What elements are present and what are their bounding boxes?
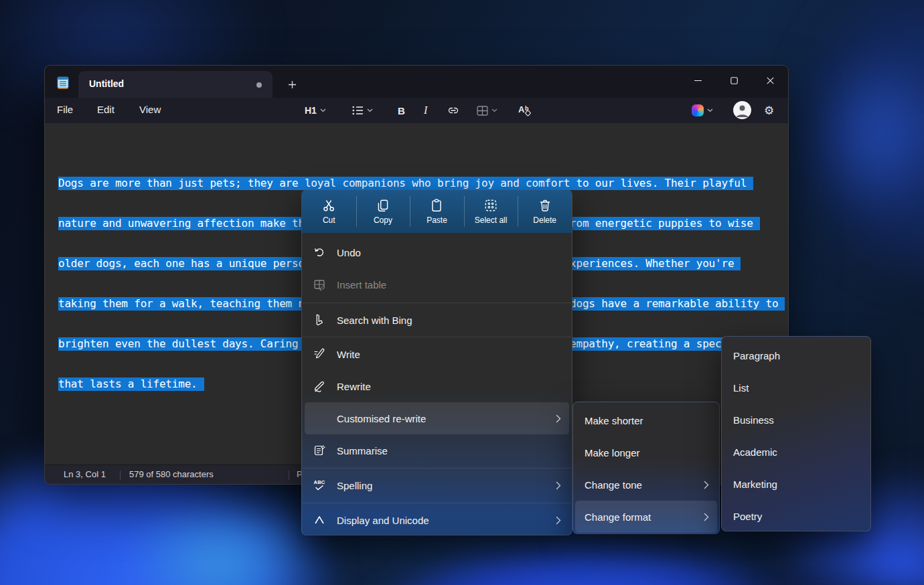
menu-item-spelling[interactable]: ABC Spelling [305,469,569,501]
delete-button[interactable]: Delete [518,190,572,233]
desktop: Untitled File Edit View [0,0,924,585]
menu-item-change-tone[interactable]: Change tone [575,469,717,501]
clear-formatting-icon: A b [518,104,532,117]
menu-item-rewrite[interactable]: Rewrite [305,370,569,402]
menu-item-write[interactable]: Write [305,338,569,370]
submenu-chevron-icon [704,513,709,521]
copy-button[interactable]: Copy [356,190,410,233]
list-dropdown[interactable] [352,102,373,119]
submenu-chevron-icon [556,414,561,423]
change-format-label: Change format [585,511,651,523]
insert-table-label: Insert table [337,279,386,290]
make-shorter-label: Make shorter [585,415,643,426]
settings-button[interactable]: ⚙ [764,102,774,119]
select-all-icon [483,198,498,213]
heading-style-dropdown[interactable]: H1 [305,102,326,119]
menu-item-change-format[interactable]: Change format [575,501,717,533]
title-bar[interactable]: Untitled [45,66,788,98]
copilot-icon [692,104,704,116]
write-label: Write [337,349,360,360]
bold-button[interactable]: B [398,102,405,119]
menu-item-list[interactable]: List [724,371,868,404]
select-all-label: Select all [475,216,508,225]
menu-item-search-with-bing[interactable]: Search with Bing [305,304,569,336]
status-separator [289,471,289,480]
cut-label: Cut [323,216,335,225]
write-pencil-icon [313,347,326,361]
copilot-dropdown[interactable] [692,102,713,119]
menu-item-paragraph[interactable]: Paragraph [724,339,868,371]
menu-separator [303,337,571,337]
copy-label: Copy [374,216,392,225]
toolbar: File Edit View H1 B I [45,98,788,123]
submenu-chevron-icon [556,481,561,490]
summarise-icon [313,444,326,457]
menu-item-undo[interactable]: Undo [305,236,569,268]
business-label: Business [733,414,774,426]
italic-button[interactable]: I [424,102,427,119]
tab-untitled[interactable]: Untitled [78,71,273,98]
link-button[interactable] [447,102,460,119]
search-with-bing-label: Search with Bing [337,315,412,326]
table-icon [477,106,488,116]
menu-item-display-and-unicode[interactable]: Display and Unicode [305,504,569,535]
marketing-label: Marketing [733,479,777,490]
menu-item-insert-table[interactable]: Insert table [305,268,569,301]
copy-icon [376,198,390,213]
close-button[interactable] [752,66,788,95]
menu-item-academic[interactable]: Academic [724,436,868,468]
minimize-button[interactable] [680,66,716,95]
customised-rewrite-submenu: Make shorter Make longer Change tone Cha… [572,402,720,534]
clipboard-icon-row: Cut Copy Paste [302,190,572,233]
person-icon [733,101,751,119]
clipboard-icon [429,198,444,213]
select-all-button[interactable]: Select all [464,190,518,233]
avatar [733,101,751,119]
menu-edit[interactable]: Edit [97,104,114,115]
insert-table-icon [313,278,326,291]
paste-label: Paste [427,216,447,225]
svg-text:A: A [518,104,525,114]
heading-style-label: H1 [305,105,317,116]
notepad-app-icon [57,76,69,90]
menu-separator [303,303,571,303]
chevron-down-icon [707,108,713,112]
trash-icon [538,198,552,213]
menu-item-customised-rewrite[interactable]: Customised re-write [305,402,569,434]
menu-separator [303,468,571,469]
chevron-down-icon [367,108,373,112]
menu-file[interactable]: File [57,104,73,115]
cut-button[interactable]: Cut [302,190,356,233]
chevron-down-icon [491,108,497,112]
spelling-abc-icon: ABC [313,479,326,492]
paste-button[interactable]: Paste [410,190,464,233]
customised-rewrite-label: Customised re-write [337,413,426,424]
menu-item-marketing[interactable]: Marketing [724,468,868,500]
cursor-position: Ln 3, Col 1 [64,469,106,479]
menu-item-make-shorter[interactable]: Make shorter [575,404,717,436]
change-format-submenu: Paragraph List Business Academic Marketi… [721,336,871,531]
menu-item-business[interactable]: Business [724,404,868,436]
submenu-chevron-icon [556,516,561,525]
new-tab-button[interactable] [285,77,299,92]
menu-view[interactable]: View [139,104,161,115]
menu-item-make-longer[interactable]: Make longer [575,436,717,469]
character-count: 579 of 580 characters [129,469,214,479]
blank-icon-slot [313,412,326,425]
table-dropdown[interactable] [477,102,497,119]
clear-formatting-button[interactable]: A b [518,102,532,119]
context-menu: Cut Copy Paste [301,189,572,535]
tab-title: Untitled [89,78,124,89]
paragraph-label: Paragraph [733,350,780,361]
unsaved-changes-dot [256,82,262,88]
maximize-button[interactable] [716,66,752,95]
rewrite-label: Rewrite [337,381,371,392]
submenu-chevron-icon [704,481,709,489]
menu-item-summarise[interactable]: Summarise [305,434,569,467]
selected-text-line: that lasts a lifetime. [58,378,204,391]
account-button[interactable] [733,101,751,118]
academic-label: Academic [733,446,777,458]
poetry-label: Poetry [733,511,762,522]
chevron-down-icon [320,108,326,112]
menu-item-poetry[interactable]: Poetry [724,500,868,531]
